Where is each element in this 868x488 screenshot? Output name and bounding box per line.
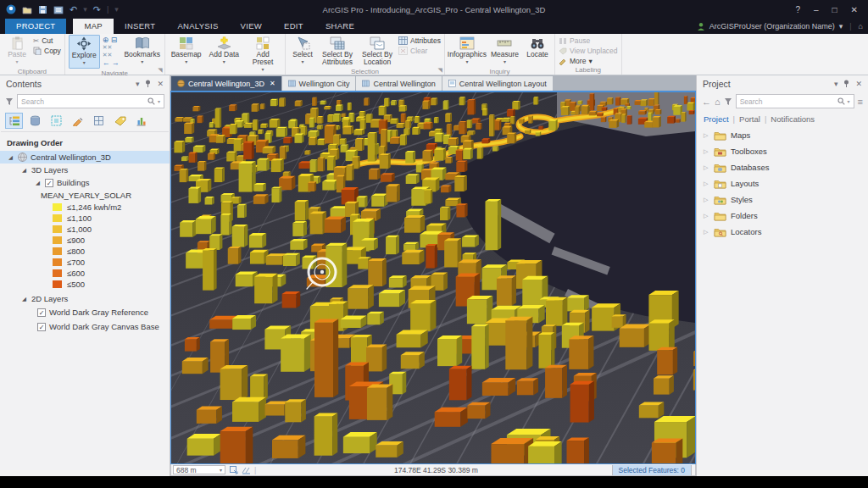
project-item-toolboxes[interactable]: ▷ Toolboxes (697, 143, 868, 159)
select-by-location-button[interactable]: Select By Location (359, 35, 396, 67)
search-icon[interactable] (837, 97, 845, 105)
close-panel-icon[interactable]: ✕ (157, 80, 164, 88)
add-preset-button[interactable]: Add Preset ▾ (244, 35, 281, 75)
tree-item-2d-layers[interactable]: ◢ 2D Layers (0, 292, 170, 305)
help-button[interactable]: ? (795, 5, 800, 14)
clear-button[interactable]: Clear (398, 47, 441, 55)
filter-icon[interactable] (5, 97, 14, 106)
tab-edit[interactable]: EDIT (273, 19, 314, 34)
navigate-dialog-launcher[interactable]: ◥ (158, 67, 162, 74)
measure-button[interactable]: Measure ▾ (488, 35, 521, 67)
project-item-databases[interactable]: ▷ Databases (697, 159, 868, 175)
expander-icon[interactable]: ◢ (22, 167, 28, 174)
open-project-icon[interactable] (22, 5, 32, 14)
map-canvas[interactable] (171, 92, 695, 464)
expander-icon[interactable]: ▷ (704, 213, 709, 219)
next-extent-icon[interactable]: → (112, 58, 121, 67)
basemap-button[interactable]: Basemap ▾ (169, 35, 204, 67)
view-unplaced-button[interactable]: View Unplaced (559, 47, 618, 55)
expander-icon[interactable]: ▷ (704, 164, 709, 171)
cut-button[interactable]: ✂ Cut (33, 36, 61, 45)
close-panel-icon[interactable]: ✕ (855, 80, 862, 88)
copy-button[interactable]: Copy (33, 47, 61, 55)
project-item-locators[interactable]: ▷ Locators (697, 224, 868, 240)
pause-button[interactable]: Pause (559, 36, 618, 45)
base-checkbox[interactable]: ✓ (37, 323, 46, 331)
tab-notifications-pane[interactable]: Notifications (771, 114, 815, 124)
tree-item-dark-gray-base[interactable]: ✓ World Dark Gray Canvas Base (0, 319, 170, 334)
filter-icon[interactable] (724, 97, 732, 106)
tab-portal-pane[interactable]: Portal (739, 114, 760, 124)
tree-item-scene[interactable]: ◢ Central Wellington_3D (0, 151, 170, 164)
attributes-button[interactable]: Attributes (398, 36, 441, 45)
panel-menu-icon[interactable]: ▾ (834, 80, 838, 88)
list-by-snapping-icon[interactable] (90, 113, 108, 129)
view-tab-wellington-city[interactable]: Wellington City (282, 76, 356, 91)
tree-item-3d-layers[interactable]: ◢ 3D Layers (0, 164, 170, 176)
view-tab-central-wellington[interactable]: Central Wellington (356, 76, 441, 91)
account-menu[interactable]: ArcGISProUser (Organization Name) ▾ | ⌂ (697, 19, 863, 34)
expander-icon[interactable]: ▷ (704, 197, 709, 203)
project-search-input[interactable] (740, 97, 835, 106)
tree-item-buildings[interactable]: ◢ ✓ Buildings (0, 176, 170, 189)
buildings-checkbox[interactable]: ✓ (45, 179, 53, 187)
expander-icon[interactable]: ▷ (704, 180, 709, 187)
view-tab-central-wellington-layout[interactable]: Central Wellington Layout (442, 76, 553, 91)
view-tab-central-wellington-3d[interactable]: Central Wellington_3D ✕ (171, 76, 281, 91)
tab-share[interactable]: SHARE (314, 19, 365, 34)
project-item-folders[interactable]: ▷ Folders (697, 208, 868, 224)
project-item-maps[interactable]: ▷ Maps (697, 127, 868, 143)
menu-icon[interactable]: ≡ (858, 97, 863, 107)
tab-project[interactable]: PROJECT (5, 19, 66, 34)
expander-icon[interactable]: ▷ (704, 229, 709, 236)
select-tool-icon[interactable] (230, 466, 238, 474)
scale-dropdown[interactable]: 688 m ▾ (173, 465, 225, 474)
list-by-charts-icon[interactable] (132, 113, 150, 129)
tab-insert[interactable]: INSERT (114, 19, 166, 34)
expander-icon[interactable]: ▷ (704, 148, 709, 155)
home-icon[interactable]: ⌂ (859, 22, 863, 30)
selected-features-indicator[interactable]: Selected Features: 0 (612, 465, 692, 475)
list-by-selection-icon[interactable] (47, 113, 65, 129)
pin-icon[interactable] (843, 80, 849, 87)
infographics-button[interactable]: Infographics ▾ (448, 35, 486, 67)
save-project-icon[interactable] (38, 5, 47, 14)
tab-map[interactable]: MAP (73, 19, 114, 34)
list-by-editing-icon[interactable] (69, 113, 86, 129)
locate-button[interactable]: Locate (524, 35, 551, 59)
home-icon[interactable]: ⌂ (715, 97, 721, 107)
maximize-button[interactable]: □ (832, 5, 837, 14)
previous-extent-icon[interactable]: ← (103, 58, 112, 67)
search-options-icon[interactable]: ▾ (158, 98, 160, 104)
search-options-icon[interactable]: ▾ (848, 98, 850, 104)
contents-search-input[interactable] (21, 97, 145, 106)
tab-project-pane[interactable]: Project (704, 114, 729, 124)
close-button[interactable]: ✕ (851, 5, 858, 14)
snapping-toggle-icon[interactable] (242, 466, 251, 474)
fixed-zoom-icon[interactable]: ✕✕ (103, 44, 121, 51)
list-by-drawing-order-icon[interactable] (5, 113, 23, 129)
selection-dialog-launcher[interactable]: ◥ (438, 67, 442, 74)
expander-icon[interactable]: ▷ (704, 132, 709, 139)
add-data-button[interactable]: Add Data ▾ (207, 35, 242, 67)
search-icon[interactable] (147, 97, 155, 105)
list-by-labeling-icon[interactable] (111, 113, 129, 129)
expander-icon[interactable]: ◢ (8, 154, 14, 161)
close-view-icon[interactable]: ✕ (270, 80, 275, 87)
full-extent-icon[interactable]: ⊕ ⊟ (103, 36, 121, 43)
project-properties-icon[interactable] (53, 5, 64, 14)
select-button[interactable]: Select ▾ (289, 35, 316, 67)
list-by-data-source-icon[interactable] (26, 113, 44, 129)
paste-button[interactable]: Paste ▾ (3, 35, 31, 67)
reference-checkbox[interactable]: ✓ (37, 308, 46, 317)
expander-icon[interactable]: ◢ (36, 180, 42, 186)
fixed-zoom-out-icon[interactable]: ✕✕ (103, 52, 121, 58)
redo-icon[interactable]: ↷ (93, 5, 101, 14)
undo-dropdown-icon[interactable]: ▾ (83, 5, 87, 14)
customize-qat-icon[interactable]: ▾ (114, 5, 119, 14)
back-icon[interactable]: ← (702, 97, 711, 107)
expander-icon[interactable]: ◢ (22, 296, 28, 302)
minimize-button[interactable]: – (814, 5, 819, 14)
project-item-styles[interactable]: ▷ Styles (697, 191, 868, 208)
explore-button[interactable]: Explore ▾ (69, 35, 100, 69)
